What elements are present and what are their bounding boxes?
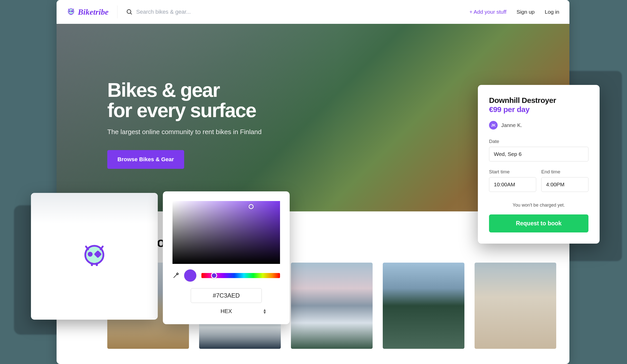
charge-note: You won't be charged yet. (489, 203, 588, 208)
format-label: HEX (220, 308, 232, 315)
booking-card: Downhill Destroyer €99 per day JK Janne … (478, 85, 600, 244)
svg-point-10 (88, 252, 93, 257)
hero-subtitle: The largest online community to rent bik… (107, 128, 262, 136)
skull-icon (80, 242, 108, 270)
hex-input[interactable] (191, 288, 262, 303)
svg-point-7 (127, 10, 131, 13)
hero-title-line1: Bikes & gear (107, 79, 220, 101)
end-time-label: End time (541, 169, 588, 175)
hue-thumb[interactable] (211, 272, 217, 279)
color-picker: HEX ▴▾ (163, 191, 290, 324)
start-time-field[interactable]: 10:00AM (489, 177, 536, 192)
format-selector[interactable]: HEX ▴▾ (172, 308, 280, 315)
logo-preview-panel (31, 193, 158, 320)
svg-rect-4 (72, 14, 72, 15)
svg-point-1 (69, 10, 71, 12)
hero-title-line2: for every surface (107, 99, 256, 121)
add-stuff-link[interactable]: + Add your stuff (469, 9, 506, 15)
panel-gradient-header (31, 193, 158, 223)
svg-line-14 (86, 247, 88, 249)
nav-right: + Add your stuff Sign up Log in (469, 9, 559, 15)
svg-line-8 (130, 13, 132, 14)
date-field[interactable]: Wed, Sep 6 (489, 147, 588, 161)
location-card[interactable] (291, 263, 373, 349)
skull-icon (67, 8, 75, 16)
start-time-label: Start time (489, 169, 536, 175)
browse-button[interactable]: Browse Bikes & Gear (107, 150, 184, 169)
svg-line-6 (73, 9, 74, 10)
chevron-updown-icon[interactable]: ▴▾ (264, 308, 266, 314)
brand-logo[interactable]: Biketribe (67, 7, 109, 17)
topbar: Biketribe + Add your stuff Sign up Log i… (57, 0, 569, 24)
end-time-field[interactable]: 4:00PM (541, 177, 588, 192)
divider (117, 6, 117, 18)
listing-price: €99 per day (489, 105, 588, 114)
search-icon (126, 9, 133, 15)
avatar: JK (489, 121, 498, 130)
location-card[interactable] (475, 263, 556, 349)
listing-title: Downhill Destroyer (489, 96, 588, 105)
signup-link[interactable]: Sign up (517, 9, 535, 15)
search-input[interactable] (136, 9, 263, 15)
svg-rect-3 (70, 14, 71, 15)
hue-slider[interactable] (201, 273, 280, 278)
svg-rect-13 (96, 263, 98, 266)
host-name: Janne K. (501, 122, 522, 128)
search-container (126, 9, 469, 15)
hero-title: Bikes & gear for every surface (107, 80, 262, 120)
svg-line-5 (68, 9, 69, 10)
svg-rect-12 (91, 263, 93, 266)
host-row: JK Janne K. (489, 121, 588, 130)
location-card[interactable] (383, 263, 464, 349)
brand-name: Biketribe (78, 7, 109, 17)
svg-line-15 (101, 247, 103, 249)
login-link[interactable]: Log in (545, 9, 559, 15)
date-label: Date (489, 139, 588, 144)
color-swatch (184, 269, 196, 282)
sv-cursor[interactable] (249, 204, 254, 209)
saturation-value-area[interactable] (172, 201, 280, 264)
eyedropper-icon[interactable] (172, 272, 179, 279)
request-book-button[interactable]: Request to book (489, 214, 588, 232)
